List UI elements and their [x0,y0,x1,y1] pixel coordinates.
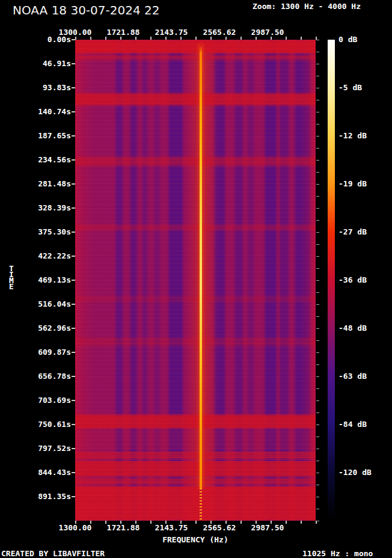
time-tick-left [72,376,75,377]
time-tick-left [72,207,75,209]
freq-tick-top [105,37,106,40]
time-tick-left [72,39,75,40]
time-tick-label: 516.04s [0,299,71,308]
db-tick-label: -120 dB [338,468,372,477]
time-tick-right [316,148,319,149]
time-tick-right [316,52,319,52]
time-tick-label: 891.35s [0,492,71,501]
time-tick-left [72,111,75,112]
db-tick-label: -36 dB [338,275,367,284]
time-tick-left [72,256,75,257]
time-tick-label: 656.78s [0,372,71,381]
carrier-line [200,44,202,488]
sample-rate-label: 11025 Hz : mono [302,549,373,558]
time-tick-label: 797.52s [0,444,71,453]
db-tick-label: -48 dB [338,323,367,333]
freq-tick-top [180,37,182,40]
freq-tick-bottom [150,521,152,524]
time-tick-right [316,184,319,185]
time-tick-right [316,172,319,173]
time-tick-left [72,63,75,64]
time-tick-right [316,352,319,353]
freq-tick-bottom [240,521,242,524]
freq-tick-label-top: 2143.75 [155,28,188,37]
time-tick-right [316,473,319,473]
zoom-range-label: Zoom: 1300 Hz - 4000 Hz [253,2,361,11]
time-tick-right [316,521,319,521]
x-axis-title: FREQUENCY (Hz) [75,535,316,544]
time-tick-right [316,425,319,425]
time-tick-label: 0.00s [0,35,71,44]
carrier-line-speckle [200,488,202,521]
time-tick-right [316,64,319,64]
freq-tick-bottom [195,521,197,524]
time-tick-right [316,304,319,305]
time-tick-right [316,220,319,221]
time-tick-right [316,497,319,497]
time-tick-right [316,208,319,209]
time-tick-left [72,472,75,473]
freq-tick-bottom [301,521,302,524]
time-tick-right [316,400,319,401]
db-tick-label: -84 dB [338,420,367,429]
freq-tick-label-bottom: 2143.75 [155,523,188,532]
freq-tick-label-top: 2565.62 [203,28,236,37]
db-tick-label: -5 dB [338,83,362,92]
time-tick-label: 375.30s [0,227,71,236]
time-tick-right [316,232,319,233]
time-tick-right [316,376,319,377]
time-tick-left [72,400,75,401]
spectrogram-plot [75,40,316,521]
freq-tick-top [135,37,136,40]
created-by-label: CREATED BY LIBAVFILTER [1,549,105,558]
spectrogram-screenshot: NOAA 18 30-07-2024 22 Zoom: 1300 Hz - 40… [0,0,392,558]
db-tick-label: -19 dB [338,179,367,188]
freq-tick-top [195,37,197,40]
time-tick-label: 234.56s [0,155,71,164]
time-tick-left [72,280,75,281]
time-tick-label: 562.96s [0,323,71,333]
db-tick-label: -27 dB [338,227,367,236]
time-tick-right [316,509,319,509]
time-tick-right [316,256,319,257]
freq-tick-top [271,37,272,40]
time-tick-right [316,461,319,461]
freq-tick-top [120,37,121,40]
time-tick-right [316,124,319,124]
time-tick-left [72,135,75,136]
time-tick-right [316,112,319,112]
freq-tick-label-bottom: 1300.00 [59,523,92,532]
time-tick-left [72,424,75,425]
time-tick-left [72,304,75,305]
freq-tick-top [240,37,242,40]
freq-tick-top [210,37,212,40]
time-tick-right [316,437,319,437]
time-tick-label: 328.39s [0,203,71,212]
time-tick-left [72,231,75,233]
time-tick-right [316,244,319,245]
page-title: NOAA 18 30-07-2024 22 [13,3,159,17]
time-tick-right [316,364,319,365]
time-tick-left [72,87,75,88]
intensity-colorbar [328,40,335,521]
freq-tick-bottom [286,521,287,524]
time-tick-left [72,448,75,449]
db-tick-label: -63 dB [338,372,367,381]
time-tick-label: 281.48s [0,179,71,188]
time-tick-right [316,280,319,281]
freq-tick-label-bottom: 2565.62 [203,523,236,532]
freq-tick-top [165,37,167,40]
time-tick-right [316,196,319,197]
time-tick-right [316,292,319,293]
time-tick-label: 140.74s [0,107,71,116]
y-axis-title: TIME [9,266,14,290]
y-axis-title-letter: E [9,284,14,290]
time-tick-right [316,88,319,88]
freq-tick-top [225,37,227,40]
freq-tick-top [256,37,257,40]
time-tick-left [72,352,75,353]
time-tick-left [72,328,75,329]
freq-tick-top [75,37,76,40]
time-tick-right [316,40,319,40]
freq-tick-top [90,37,91,40]
